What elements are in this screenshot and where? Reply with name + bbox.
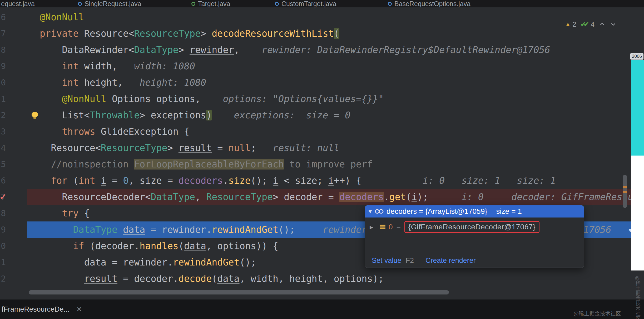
inspections-widget: ▲ 2 ✔✔ 4	[565, 20, 617, 28]
editor-tab[interactable]: equest.java	[1, 0, 35, 7]
chevron-right-icon[interactable]: ▸	[370, 223, 377, 231]
warning-count: 2	[573, 21, 576, 28]
horizontal-scrollbar[interactable]	[29, 290, 449, 294]
class-icon	[388, 2, 392, 6]
code-line[interactable]: 7private Resource<ResourceType> decodeRe…	[0, 25, 644, 42]
interface-icon	[191, 2, 195, 6]
code-line[interactable]: 5 //noinspection ForLoopReplaceableByFor…	[0, 156, 644, 172]
code-text: //noinspection ForLoopReplaceableByForEa…	[0, 156, 644, 172]
code-line[interactable]: 9 int width, width: 1080	[0, 58, 644, 74]
class-icon	[78, 2, 82, 6]
popup-footer: Set value F2 Create renderer	[365, 253, 584, 268]
close-icon[interactable]: ✕	[76, 306, 82, 313]
popup-equals: =	[397, 223, 401, 231]
previous-highlight-button[interactable]	[599, 21, 606, 28]
popup-size-text: size = 1	[496, 207, 522, 216]
warnings-indicator[interactable]: ▲ 2	[565, 21, 576, 28]
watch-icon	[374, 209, 384, 214]
scrollbar-marker	[623, 186, 627, 188]
annotation-red-box: {GifFrameResourceDecoder@17067}	[404, 221, 539, 233]
code-line[interactable]: 1 @NonNull Options options, options: "Op…	[0, 91, 644, 107]
set-value-button[interactable]: Set value	[372, 257, 402, 265]
tab-label: BaseRequestOptions.java	[394, 0, 470, 7]
code-line[interactable]: 6 for (int i = 0, size = decoders.size()…	[0, 172, 644, 189]
code-text: int height, height: 1080	[0, 74, 644, 91]
editor-tab-bar: equest.javaSingleRequest.javaTarget.java…	[0, 0, 644, 7]
next-highlight-button[interactable]	[610, 21, 617, 28]
popup-item-index: 0	[389, 223, 393, 231]
code-text: throws GlideException {	[0, 123, 644, 140]
tab-label: SingleRequest.java	[85, 0, 141, 7]
set-value-shortcut: F2	[406, 257, 414, 265]
popup-variable-row[interactable]: ▾ decoders = {ArrayList@17059} size = 1	[365, 205, 584, 217]
editor-tab[interactable]: SingleRequest.java	[78, 0, 141, 7]
tab-label: CustomTarget.java	[281, 0, 336, 7]
check-icon: ✔	[584, 21, 589, 28]
minimap-white-block	[631, 156, 644, 270]
array-item-icon	[379, 224, 386, 230]
passed-count: 4	[591, 21, 595, 28]
code-text: @NonNull Options options, options: "Opti…	[0, 91, 644, 107]
editor-tab[interactable]: CustomTarget.java	[275, 0, 336, 7]
editor-tab[interactable]: Target.java	[191, 0, 230, 7]
code-line[interactable]: 4 Resource<ResourceType> result = null; …	[0, 140, 644, 156]
code-line[interactable]: 0 int height, height: 1080	[0, 74, 644, 91]
code-text: ResourceDecoder<DataType, ResourceType> …	[0, 189, 644, 205]
minimap-cyan-block	[631, 60, 644, 156]
chevron-down-icon[interactable]: ▾	[369, 208, 372, 215]
scrollbar-marker	[623, 191, 627, 193]
passed-indicator[interactable]: ✔✔ 4	[581, 21, 595, 28]
popup-variable-text: decoders = {ArrayList@17059}	[387, 207, 487, 216]
code-text: DataRewinder<DataType> rewinder, rewinde…	[0, 42, 644, 58]
bottom-tab-bar: fFrameResourceDe... ✕ @稀土掘金技术社区	[0, 299, 644, 319]
popup-item-value: {GifFrameResourceDecoder@17067}	[408, 223, 536, 231]
class-icon	[275, 2, 279, 6]
ide-screen: equest.javaSingleRequest.javaTarget.java…	[0, 0, 644, 319]
code-text: private Resource<ResourceType> decodeRes…	[0, 25, 644, 42]
tab-label: equest.java	[1, 0, 35, 7]
chevron-up-icon	[599, 21, 606, 28]
popup-array-item-row[interactable]: ▸ 0 = {GifFrameResourceDecoder@17067}	[365, 220, 584, 234]
bottom-file-tab[interactable]: fFrameResourceDe... ✕	[0, 299, 82, 319]
tab-label: Target.java	[198, 0, 230, 7]
code-line[interactable]: 8 DataRewinder<DataType> rewinder, rewin…	[0, 42, 644, 58]
code-text: result = decoder.decode(data, width, hei…	[0, 270, 644, 287]
create-renderer-button[interactable]: Create renderer	[425, 257, 476, 265]
minimap-label: 2006	[630, 53, 643, 60]
code-text: @NonNull	[0, 9, 644, 25]
debugger-value-popup: ▾ decoders = {ArrayList@17059} size = 1 …	[365, 205, 584, 268]
warning-icon: ▲	[565, 21, 571, 27]
code-line[interactable]: 6@NonNull	[0, 9, 644, 25]
watermark-text: @稀土掘金技术社区	[573, 310, 621, 317]
code-line[interactable]: 2 result = decoder.decode(data, width, h…	[0, 270, 644, 287]
code-line[interactable]: 3 throws GlideException {	[0, 123, 644, 140]
chevron-down-icon	[610, 21, 617, 28]
editor-tab[interactable]: BaseRequestOptions.java	[388, 0, 470, 7]
code-line[interactable]: 2 List<Throwable> exceptions) exceptions…	[0, 107, 644, 123]
code-editor[interactable]: 6@NonNull7private Resource<ResourceType>…	[0, 7, 644, 299]
code-text: Resource<ResourceType> result = null; re…	[0, 140, 644, 156]
code-text: for (int i = 0, size = decoders.size(); …	[0, 172, 644, 189]
watermark-text-vertical: @稀土掘金技术社区	[634, 276, 641, 319]
code-text: List<Throwable> exceptions) exceptions: …	[0, 107, 644, 123]
code-text: int width, width: 1080	[0, 58, 644, 74]
bottom-tab-label: fFrameResourceDe...	[2, 305, 70, 313]
code-line[interactable]: 7✓ ResourceDecoder<DataType, ResourceTyp…	[0, 189, 644, 205]
